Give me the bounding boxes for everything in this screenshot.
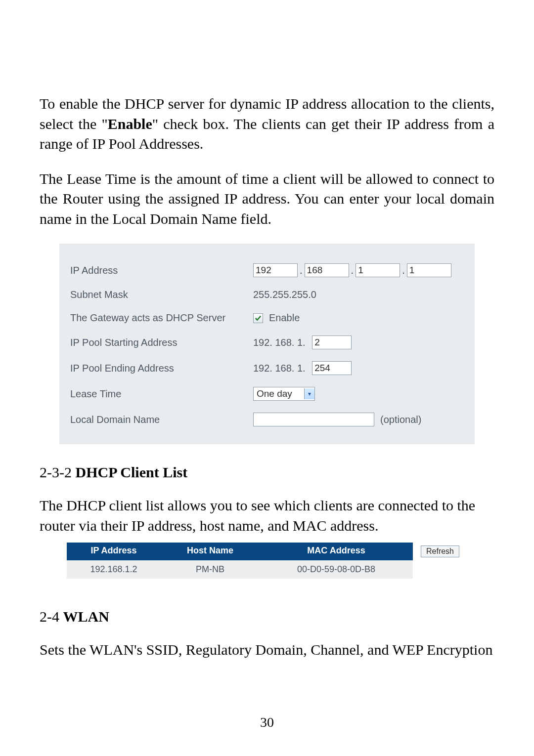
row-pool-end: IP Pool Ending Address 192. 168. 1. xyxy=(66,355,468,381)
intro-paragraph-1: To enable the DHCP server for dynamic IP… xyxy=(40,94,494,154)
ip-octet-1[interactable] xyxy=(253,263,298,277)
optional-text: (optional) xyxy=(380,414,421,425)
ip-octet-4[interactable] xyxy=(407,263,451,277)
header-host: Host Name xyxy=(161,543,260,560)
dhcp-enable-checkbox[interactable] xyxy=(253,313,263,323)
ip-address-label: IP Address xyxy=(66,265,253,276)
row-ip-address: IP Address . . . xyxy=(66,257,468,283)
refresh-button[interactable]: Refresh xyxy=(421,546,459,557)
lease-time-select[interactable]: One day ▾ xyxy=(253,387,315,401)
cell-host: PM-NB xyxy=(161,560,260,579)
dhcp-client-table: IP Address Host Name MAC Address Refresh… xyxy=(67,543,467,579)
lease-label: Lease Time xyxy=(66,388,253,400)
table-row: 192.168.1.2 PM-NB 00-D0-59-08-0D-B8 xyxy=(67,560,467,579)
subnet-label: Subnet Mask xyxy=(66,289,253,300)
cell-blank xyxy=(413,560,467,579)
chevron-down-icon: ▾ xyxy=(304,388,314,399)
pool-end-prefix: 192. 168. 1. xyxy=(253,363,306,374)
intro-p1-bold: Enable xyxy=(108,116,152,132)
dot-icon: . xyxy=(300,265,303,276)
cell-ip: 192.168.1.2 xyxy=(67,560,161,579)
pool-start-prefix: 192. 168. 1. xyxy=(253,337,306,348)
dot-icon: . xyxy=(402,265,405,276)
section-24-title: WLAN xyxy=(63,608,109,625)
intro-paragraph-2: The Lease Time is the amount of time a c… xyxy=(40,169,494,229)
ip-octet-2[interactable] xyxy=(305,263,349,277)
local-domain-input[interactable] xyxy=(253,413,374,426)
section-232-text: The DHCP client list allows you to see w… xyxy=(40,496,494,536)
dhcp-enable-text: Enable xyxy=(269,312,300,324)
pool-start-label: IP Pool Starting Address xyxy=(66,337,253,348)
row-pool-start: IP Pool Starting Address 192. 168. 1. xyxy=(66,330,468,355)
checkmark-icon xyxy=(255,315,262,322)
row-dhcp-server: The Gateway acts as DHCP Server Enable xyxy=(66,306,468,330)
dhcp-label: The Gateway acts as DHCP Server xyxy=(66,312,253,324)
section-232-title: DHCP Client List xyxy=(75,464,187,480)
pool-end-label: IP Pool Ending Address xyxy=(66,363,253,374)
row-domain: Local Domain Name (optional) xyxy=(66,407,468,432)
ip-octet-3[interactable] xyxy=(356,263,400,277)
header-refresh-cell: Refresh xyxy=(413,543,467,560)
table-header-row: IP Address Host Name MAC Address Refresh xyxy=(67,543,467,560)
pool-end-input[interactable] xyxy=(312,361,352,375)
page-number: 30 xyxy=(40,714,494,730)
section-232-heading: 2-3-2 DHCP Client List xyxy=(40,464,494,481)
section-232-num: 2-3-2 xyxy=(40,464,75,480)
cell-mac: 00-D0-59-08-0D-B8 xyxy=(260,560,413,579)
dot-icon: . xyxy=(351,265,354,276)
header-ip: IP Address xyxy=(67,543,161,560)
subnet-value: 255.255.255.0 xyxy=(253,289,316,300)
domain-label: Local Domain Name xyxy=(66,414,253,425)
lease-time-value: One day xyxy=(254,388,304,399)
header-mac: MAC Address xyxy=(260,543,413,560)
section-24-num: 2-4 xyxy=(40,608,63,625)
section-24-heading: 2-4 WLAN xyxy=(40,608,494,625)
section-24-text: Sets the WLAN's SSID, Regulatory Domain,… xyxy=(40,640,494,660)
row-lease-time: Lease Time One day ▾ xyxy=(66,381,468,407)
pool-start-input[interactable] xyxy=(312,336,352,349)
lan-settings-panel: IP Address . . . Subnet Mask 255.255.255… xyxy=(59,244,475,444)
row-subnet: Subnet Mask 255.255.255.0 xyxy=(66,283,468,306)
